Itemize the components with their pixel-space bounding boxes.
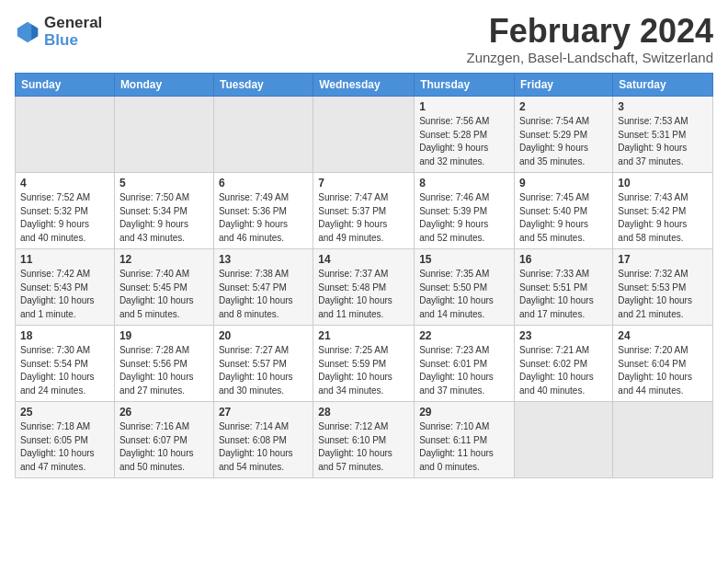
day-info: Sunrise: 7:54 AM Sunset: 5:29 PM Dayligh… [519,115,608,168]
calendar-cell [16,97,115,173]
calendar-cell [313,97,415,173]
day-info: Sunrise: 7:45 AM Sunset: 5:40 PM Dayligh… [519,191,608,245]
day-info: Sunrise: 7:47 AM Sunset: 5:37 PM Dayligh… [318,191,409,245]
calendar-cell: 29Sunrise: 7:10 AM Sunset: 6:11 PM Dayli… [415,402,515,478]
day-info: Sunrise: 7:53 AM Sunset: 5:31 PM Dayligh… [618,115,708,168]
week-row-0: 1Sunrise: 7:56 AM Sunset: 5:28 PM Daylig… [16,97,713,173]
day-number: 16 [519,253,608,266]
day-number: 20 [219,329,308,342]
calendar-cell: 18Sunrise: 7:30 AM Sunset: 5:54 PM Dayli… [16,326,115,402]
day-number: 17 [618,253,708,266]
calendar-cell: 23Sunrise: 7:21 AM Sunset: 6:02 PM Dayli… [515,326,613,402]
day-info: Sunrise: 7:30 AM Sunset: 5:54 PM Dayligh… [20,344,109,397]
calendar-table: SundayMondayTuesdayWednesdayThursdayFrid… [15,73,713,478]
day-number: 27 [219,406,308,419]
day-number: 8 [419,177,509,190]
calendar-cell [613,402,713,478]
day-number: 19 [119,329,209,342]
calendar-cell [114,97,213,173]
calendar-cell [515,402,613,478]
day-info: Sunrise: 7:50 AM Sunset: 5:34 PM Dayligh… [119,191,209,245]
day-info: Sunrise: 7:16 AM Sunset: 6:07 PM Dayligh… [119,420,209,474]
calendar-cell: 15Sunrise: 7:35 AM Sunset: 5:50 PM Dayli… [415,249,515,326]
page-header: General Blue February 2024 Zunzgen, Base… [15,15,713,65]
day-info: Sunrise: 7:27 AM Sunset: 5:57 PM Dayligh… [219,344,308,397]
calendar-cell: 24Sunrise: 7:20 AM Sunset: 6:04 PM Dayli… [613,326,713,402]
day-number: 22 [419,329,509,342]
day-number: 24 [618,329,708,342]
day-info: Sunrise: 7:38 AM Sunset: 5:47 PM Dayligh… [219,268,308,321]
calendar-cell: 19Sunrise: 7:28 AM Sunset: 5:56 PM Dayli… [114,326,213,402]
calendar-cell: 27Sunrise: 7:14 AM Sunset: 6:08 PM Dayli… [213,402,313,478]
day-info: Sunrise: 7:12 AM Sunset: 6:10 PM Dayligh… [318,420,409,474]
day-number: 29 [419,406,509,419]
day-info: Sunrise: 7:20 AM Sunset: 6:04 PM Dayligh… [618,344,708,397]
week-row-4: 25Sunrise: 7:18 AM Sunset: 6:05 PM Dayli… [16,402,713,478]
day-number: 28 [318,406,409,419]
day-number: 18 [20,329,109,342]
day-info: Sunrise: 7:14 AM Sunset: 6:08 PM Dayligh… [219,420,308,474]
calendar-cell: 13Sunrise: 7:38 AM Sunset: 5:47 PM Dayli… [213,249,313,326]
weekday-header-row: SundayMondayTuesdayWednesdayThursdayFrid… [16,74,713,97]
title-area: February 2024 Zunzgen, Basel-Landschaft,… [467,15,713,65]
day-number: 1 [419,100,509,113]
week-row-3: 18Sunrise: 7:30 AM Sunset: 5:54 PM Dayli… [16,326,713,402]
calendar-cell: 28Sunrise: 7:12 AM Sunset: 6:10 PM Dayli… [313,402,415,478]
calendar-cell: 12Sunrise: 7:40 AM Sunset: 5:45 PM Dayli… [114,249,213,326]
calendar-cell: 22Sunrise: 7:23 AM Sunset: 6:01 PM Dayli… [415,326,515,402]
day-info: Sunrise: 7:21 AM Sunset: 6:02 PM Dayligh… [519,344,608,397]
calendar-cell: 17Sunrise: 7:32 AM Sunset: 5:53 PM Dayli… [613,249,713,326]
weekday-header-sunday: Sunday [16,74,115,97]
calendar-cell: 6Sunrise: 7:49 AM Sunset: 5:36 PM Daylig… [213,173,313,249]
day-number: 9 [519,177,608,190]
calendar-cell: 5Sunrise: 7:50 AM Sunset: 5:34 PM Daylig… [114,173,213,249]
weekday-header-thursday: Thursday [415,74,515,97]
location-title: Zunzgen, Basel-Landschaft, Switzerland [467,50,713,65]
calendar-cell: 9Sunrise: 7:45 AM Sunset: 5:40 PM Daylig… [515,173,613,249]
week-row-1: 4Sunrise: 7:52 AM Sunset: 5:32 PM Daylig… [16,173,713,249]
calendar-cell: 21Sunrise: 7:25 AM Sunset: 5:59 PM Dayli… [313,326,415,402]
logo-text: General Blue [44,15,102,49]
calendar-cell [213,97,313,173]
weekday-header-saturday: Saturday [613,74,713,97]
weekday-header-friday: Friday [515,74,613,97]
day-info: Sunrise: 7:46 AM Sunset: 5:39 PM Dayligh… [419,191,509,245]
day-info: Sunrise: 7:33 AM Sunset: 5:51 PM Dayligh… [519,268,608,321]
day-number: 3 [618,100,708,113]
month-title: February 2024 [467,15,713,48]
day-number: 13 [219,253,308,266]
day-info: Sunrise: 7:42 AM Sunset: 5:43 PM Dayligh… [20,268,109,321]
day-info: Sunrise: 7:49 AM Sunset: 5:36 PM Dayligh… [219,191,308,245]
logo: General Blue [15,15,102,49]
day-info: Sunrise: 7:37 AM Sunset: 5:48 PM Dayligh… [318,268,409,321]
day-number: 15 [419,253,509,266]
calendar-cell: 26Sunrise: 7:16 AM Sunset: 6:07 PM Dayli… [114,402,213,478]
weekday-header-monday: Monday [114,74,213,97]
day-info: Sunrise: 7:23 AM Sunset: 6:01 PM Dayligh… [419,344,509,397]
svg-marker-1 [31,24,38,40]
day-info: Sunrise: 7:35 AM Sunset: 5:50 PM Dayligh… [419,268,509,321]
calendar-cell: 16Sunrise: 7:33 AM Sunset: 5:51 PM Dayli… [515,249,613,326]
calendar-cell: 14Sunrise: 7:37 AM Sunset: 5:48 PM Dayli… [313,249,415,326]
day-number: 11 [20,253,109,266]
day-number: 25 [20,406,109,419]
day-number: 21 [318,329,409,342]
day-number: 14 [318,253,409,266]
day-info: Sunrise: 7:25 AM Sunset: 5:59 PM Dayligh… [318,344,409,397]
day-info: Sunrise: 7:43 AM Sunset: 5:42 PM Dayligh… [618,191,708,245]
day-number: 2 [519,100,608,113]
calendar-cell: 1Sunrise: 7:56 AM Sunset: 5:28 PM Daylig… [415,97,515,173]
calendar-cell: 4Sunrise: 7:52 AM Sunset: 5:32 PM Daylig… [16,173,115,249]
day-number: 7 [318,177,409,190]
day-number: 23 [519,329,608,342]
calendar-cell: 11Sunrise: 7:42 AM Sunset: 5:43 PM Dayli… [16,249,115,326]
day-info: Sunrise: 7:10 AM Sunset: 6:11 PM Dayligh… [419,420,509,474]
day-number: 6 [219,177,308,190]
day-info: Sunrise: 7:28 AM Sunset: 5:56 PM Dayligh… [119,344,209,397]
calendar-cell: 25Sunrise: 7:18 AM Sunset: 6:05 PM Dayli… [16,402,115,478]
calendar-cell: 8Sunrise: 7:46 AM Sunset: 5:39 PM Daylig… [415,173,515,249]
day-info: Sunrise: 7:56 AM Sunset: 5:28 PM Dayligh… [419,115,509,168]
day-number: 10 [618,177,708,190]
week-row-2: 11Sunrise: 7:42 AM Sunset: 5:43 PM Dayli… [16,249,713,326]
calendar-cell: 10Sunrise: 7:43 AM Sunset: 5:42 PM Dayli… [613,173,713,249]
